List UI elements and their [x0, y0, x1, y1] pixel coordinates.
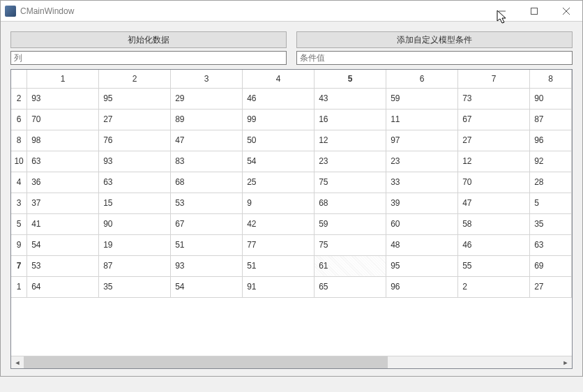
table-cell[interactable]: 47	[458, 193, 530, 213]
table-cell[interactable]: 9	[243, 193, 315, 213]
table-cell[interactable]: 61	[315, 255, 386, 276]
row-header[interactable]: 4	[11, 172, 27, 193]
row-header[interactable]: 5	[11, 213, 27, 234]
table-cell[interactable]: 93	[171, 255, 243, 276]
table-cell[interactable]: 68	[315, 193, 386, 213]
table-cell[interactable]: 48	[386, 234, 458, 255]
scroll-thumb[interactable]	[24, 356, 388, 368]
corner-header[interactable]	[11, 70, 27, 88]
scroll-right-arrow[interactable]: ►	[559, 356, 572, 368]
table-cell[interactable]: 12	[458, 151, 530, 172]
table-cell[interactable]: 97	[386, 130, 458, 151]
col-header[interactable]: 6	[386, 70, 458, 88]
table-cell[interactable]: 53	[171, 193, 243, 213]
row-header[interactable]: 9	[11, 234, 27, 255]
maximize-button[interactable]	[518, 1, 550, 22]
col-header[interactable]: 3	[171, 70, 243, 88]
add-condition-button[interactable]: 添加自定义模型条件	[296, 31, 573, 48]
table-cell[interactable]: 2	[458, 276, 530, 297]
table-cell[interactable]: 25	[243, 172, 315, 193]
col-header[interactable]: 5	[315, 70, 386, 88]
col-header[interactable]: 1	[27, 70, 99, 88]
table-cell[interactable]: 68	[171, 172, 243, 193]
table-cell[interactable]: 42	[243, 213, 315, 234]
table-cell[interactable]: 70	[27, 109, 99, 130]
table-cell[interactable]: 63	[530, 234, 572, 255]
table-cell[interactable]: 95	[99, 88, 171, 109]
table-cell[interactable]: 58	[458, 213, 530, 234]
scroll-track[interactable]	[24, 356, 559, 368]
table-cell[interactable]: 64	[27, 276, 99, 297]
col-header[interactable]: 7	[458, 70, 530, 88]
table-cell[interactable]: 27	[99, 109, 171, 130]
table-cell[interactable]: 53	[27, 255, 99, 276]
table-cell[interactable]: 28	[530, 172, 572, 193]
data-table[interactable]: 1 2 3 4 5 6 7 8 293952946435973906702789…	[11, 70, 572, 298]
table-cell[interactable]: 33	[386, 172, 458, 193]
row-header[interactable]: 7	[11, 255, 27, 276]
table-cell[interactable]: 11	[386, 109, 458, 130]
table-cell[interactable]: 35	[530, 213, 572, 234]
table-cell[interactable]: 5	[530, 193, 572, 213]
row-header[interactable]: 1	[11, 276, 27, 297]
table-cell[interactable]: 37	[27, 193, 99, 213]
table-cell[interactable]: 55	[458, 255, 530, 276]
table-cell[interactable]: 59	[315, 213, 386, 234]
table-cell[interactable]: 77	[243, 234, 315, 255]
table-cell[interactable]: 15	[99, 193, 171, 213]
table-cell[interactable]: 46	[458, 234, 530, 255]
table-cell[interactable]: 16	[315, 109, 386, 130]
table-cell[interactable]: 98	[27, 130, 99, 151]
table-cell[interactable]: 23	[315, 151, 386, 172]
table-cell[interactable]: 69	[530, 255, 572, 276]
init-data-button[interactable]: 初始化数据	[10, 31, 287, 48]
table-cell[interactable]: 23	[386, 151, 458, 172]
table-cell[interactable]: 60	[386, 213, 458, 234]
table-cell[interactable]: 95	[386, 255, 458, 276]
table-cell[interactable]: 36	[27, 172, 99, 193]
table-cell[interactable]: 54	[243, 151, 315, 172]
table-cell[interactable]: 63	[27, 151, 99, 172]
table-cell[interactable]: 90	[530, 88, 572, 109]
table-cell[interactable]: 87	[99, 255, 171, 276]
table-cell[interactable]: 51	[243, 255, 315, 276]
col-header[interactable]: 4	[243, 70, 315, 88]
table-cell[interactable]: 75	[315, 234, 386, 255]
row-header[interactable]: 10	[11, 151, 27, 172]
table-cell[interactable]: 67	[171, 213, 243, 234]
condition-value-input[interactable]	[296, 51, 573, 65]
table-cell[interactable]: 46	[243, 88, 315, 109]
table-cell[interactable]: 92	[530, 151, 572, 172]
table-cell[interactable]: 51	[171, 234, 243, 255]
table-cell[interactable]: 19	[99, 234, 171, 255]
table-cell[interactable]: 90	[99, 213, 171, 234]
table-cell[interactable]: 54	[27, 234, 99, 255]
row-header[interactable]: 6	[11, 109, 27, 130]
table-cell[interactable]: 75	[315, 172, 386, 193]
table-cell[interactable]: 70	[458, 172, 530, 193]
table-cell[interactable]: 43	[315, 88, 386, 109]
table-cell[interactable]: 93	[27, 88, 99, 109]
table-cell[interactable]: 63	[99, 172, 171, 193]
table-cell[interactable]: 96	[530, 130, 572, 151]
row-header[interactable]: 3	[11, 193, 27, 213]
table-cell[interactable]: 76	[99, 130, 171, 151]
table-cell[interactable]: 67	[458, 109, 530, 130]
table-cell[interactable]: 59	[386, 88, 458, 109]
horizontal-scrollbar[interactable]: ◄ ►	[11, 356, 572, 368]
col-header[interactable]: 2	[99, 70, 171, 88]
table-cell[interactable]: 54	[171, 276, 243, 297]
table-cell[interactable]: 27	[530, 276, 572, 297]
table-cell[interactable]: 39	[386, 193, 458, 213]
table-cell[interactable]: 83	[171, 151, 243, 172]
table-cell[interactable]: 89	[171, 109, 243, 130]
col-header[interactable]: 8	[530, 70, 572, 88]
table-cell[interactable]: 96	[386, 276, 458, 297]
close-button[interactable]	[550, 1, 582, 22]
minimize-button[interactable]	[486, 1, 518, 22]
row-header[interactable]: 8	[11, 130, 27, 151]
table-cell[interactable]: 29	[171, 88, 243, 109]
row-header[interactable]: 2	[11, 88, 27, 109]
table-cell[interactable]: 65	[315, 276, 386, 297]
column-input[interactable]	[10, 51, 287, 65]
